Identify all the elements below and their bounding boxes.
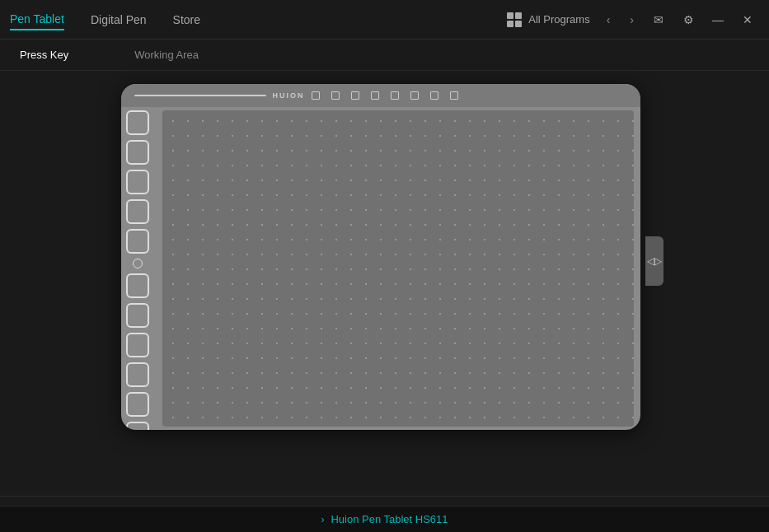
press-key-btn-6[interactable] xyxy=(126,273,149,298)
title-bar-right: ‹ › ✉ ⚙ — ✕ xyxy=(600,8,759,31)
sub-tabs: Press Key Working Area xyxy=(0,40,769,71)
tablet-handle[interactable]: ◁▷ xyxy=(645,236,663,286)
tablet-left-buttons xyxy=(126,110,149,430)
grid-icon[interactable] xyxy=(507,12,522,27)
strip-icon-6 xyxy=(410,91,419,100)
mail-icon[interactable]: ✉ xyxy=(647,8,670,31)
title-bar: Pen Tablet Digital Pen Store All Program… xyxy=(0,0,769,40)
tablet-active-area xyxy=(162,110,634,427)
strip-icon-5 xyxy=(391,91,399,100)
strip-icon-8 xyxy=(450,91,458,100)
press-key-btn-8[interactable] xyxy=(126,333,149,357)
footer-bar: › Huion Pen Tablet HS611 xyxy=(0,506,769,532)
title-bar-center: All Programs xyxy=(507,12,589,27)
main-content: HUION xyxy=(0,71,769,469)
press-key-btn-5[interactable] xyxy=(126,229,149,254)
footer-chevron-icon: › xyxy=(321,514,324,525)
nav-pen-tablet[interactable]: Pen Tablet xyxy=(10,9,64,30)
strip-icon-4 xyxy=(371,91,379,100)
tab-press-key[interactable]: Press Key xyxy=(20,45,68,64)
press-key-btn-7[interactable] xyxy=(126,303,149,328)
tablet-body: HUION xyxy=(121,84,640,430)
press-key-btn-2[interactable] xyxy=(126,140,149,165)
nav-store[interactable]: Store xyxy=(173,10,200,30)
minimize-button[interactable]: — xyxy=(706,8,729,31)
nav-digital-pen[interactable]: Digital Pen xyxy=(91,10,147,30)
nav-prev-btn[interactable]: ‹ xyxy=(600,10,617,30)
press-key-btn-3[interactable] xyxy=(126,170,149,194)
strip-icon-7 xyxy=(430,91,438,100)
press-key-btn-1[interactable] xyxy=(126,110,149,135)
strip-icons xyxy=(312,91,458,100)
tablet-top-strip: HUION xyxy=(121,84,640,107)
tablet-wrapper: HUION xyxy=(121,84,649,438)
press-key-btn-4[interactable] xyxy=(126,199,149,224)
settings-icon[interactable]: ⚙ xyxy=(677,8,700,31)
press-key-btn-10[interactable] xyxy=(126,392,149,417)
title-bar-left: Pen Tablet Digital Pen Store xyxy=(10,9,507,30)
strip-icon-1 xyxy=(312,91,320,100)
all-programs-label: All Programs xyxy=(528,13,589,26)
press-key-btn-9[interactable] xyxy=(126,362,149,387)
press-key-btn-11[interactable] xyxy=(126,422,149,430)
dot-pattern xyxy=(162,110,634,427)
strip-line xyxy=(134,95,266,96)
close-button[interactable]: ✕ xyxy=(736,8,759,31)
strip-icon-3 xyxy=(351,91,359,100)
tablet-brand: HUION xyxy=(273,91,305,100)
handle-arrow-icon: ◁▷ xyxy=(647,255,662,267)
tab-working-area[interactable]: Working Area xyxy=(134,45,199,64)
press-key-btn-small[interactable] xyxy=(133,259,143,268)
footer-device-name: Huion Pen Tablet HS611 xyxy=(331,513,448,525)
strip-icon-2 xyxy=(331,91,340,100)
nav-next-btn[interactable]: › xyxy=(623,10,640,30)
